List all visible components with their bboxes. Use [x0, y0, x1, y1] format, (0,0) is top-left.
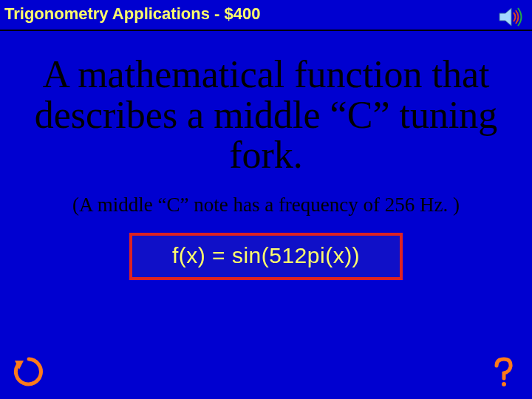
answer-box: f(x) = sin(512pi(x)): [129, 233, 403, 280]
answer-text: f(x) = sin(512pi(x)): [172, 243, 360, 267]
sound-icon[interactable]: [498, 6, 523, 28]
clue-sub-text: (A middle “C” note has a frequency of 25…: [0, 189, 532, 233]
clue-main-text: A mathematical function that describes a…: [0, 31, 532, 189]
header-title: Trigonometry Applications - $400: [4, 4, 260, 23]
svg-point-2: [502, 382, 506, 386]
back-arrow-icon[interactable]: [12, 355, 46, 389]
svg-marker-0: [499, 8, 511, 26]
question-mark-icon[interactable]: [486, 355, 520, 389]
slide-header: Trigonometry Applications - $400: [0, 0, 532, 31]
